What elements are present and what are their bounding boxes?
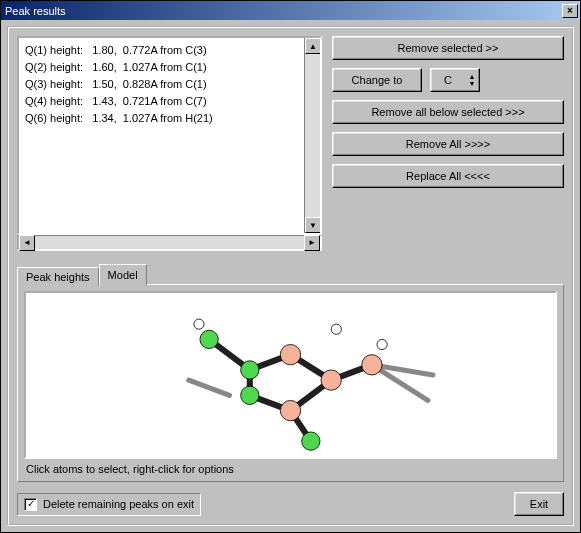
svg-line-10 [189,380,230,395]
model-canvas[interactable] [24,291,557,459]
replace-all-button[interactable]: Replace All <<<< [332,164,564,188]
peak-listbox[interactable]: Q(1) height: 1.80, 0.772A from C(3) Q(2)… [17,36,322,235]
molecule-render [26,293,555,457]
tab-model[interactable]: Model [99,264,147,286]
list-item[interactable]: Q(6) height: 1.34, 1.027A from H(21) [21,110,318,127]
window-title: Peak results [5,5,560,17]
list-item[interactable]: Q(4) height: 1.43, 0.721A from C(7) [21,93,318,110]
svg-point-18 [200,330,218,348]
model-panel: Click atoms to select, right-click for o… [17,284,564,482]
svg-point-21 [377,339,387,349]
checkbox-label: Delete remaining peaks on exit [43,498,194,510]
horizontal-scrollbar[interactable]: ◄ ► [17,235,322,251]
titlebar[interactable]: Peak results × [1,1,580,20]
peak-list-wrap: Q(1) height: 1.80, 0.772A from C(3) Q(2)… [17,36,322,251]
remove-below-button[interactable]: Remove all below selected >>> [332,100,564,124]
button-column: Remove selected >> Change to C ▲▼ Remove… [332,36,564,251]
footer: ✓ Delete remaining peaks on exit Exit [17,492,564,516]
change-to-row: Change to C ▲▼ [332,68,564,92]
svg-point-19 [194,319,204,329]
svg-point-14 [280,400,300,420]
canvas-hint: Click atoms to select, right-click for o… [24,459,557,475]
svg-point-20 [331,324,341,334]
tab-bar: Peak heights Model [17,263,564,285]
list-item[interactable]: Q(3) height: 1.50, 0.828A from C(1) [21,76,318,93]
list-item[interactable]: Q(1) height: 1.80, 0.772A from C(3) [21,42,318,59]
remove-all-button[interactable]: Remove All >>>> [332,132,564,156]
content-frame: Q(1) height: 1.80, 0.772A from C(3) Q(2)… [7,26,574,526]
exit-button[interactable]: Exit [514,492,564,516]
tab-peak-heights[interactable]: Peak heights [17,267,99,286]
delete-remaining-checkbox[interactable]: ✓ Delete remaining peaks on exit [17,493,201,516]
svg-point-15 [241,386,259,404]
spinner-arrows-icon[interactable]: ▲▼ [465,73,479,87]
element-value: C [431,74,465,86]
element-spinner[interactable]: C ▲▼ [430,68,480,92]
scroll-left-icon[interactable]: ◄ [19,235,35,251]
change-to-button[interactable]: Change to [332,68,422,92]
scroll-down-icon[interactable]: ▼ [305,217,321,233]
remove-selected-button[interactable]: Remove selected >> [332,36,564,60]
vertical-scrollbar[interactable]: ▲ ▼ [304,38,320,233]
scroll-right-icon[interactable]: ► [304,235,320,251]
svg-point-16 [302,432,320,450]
checkbox-icon[interactable]: ✓ [24,498,37,511]
scroll-up-icon[interactable]: ▲ [305,38,321,54]
svg-point-12 [280,344,300,364]
list-item[interactable]: Q(2) height: 1.60, 1.027A from C(1) [21,59,318,76]
svg-point-13 [321,370,341,390]
svg-point-17 [362,355,382,375]
top-row: Q(1) height: 1.80, 0.772A from C(3) Q(2)… [17,36,564,251]
close-icon[interactable]: × [562,4,578,18]
svg-point-11 [241,361,259,379]
peak-results-window: Peak results × Q(1) height: 1.80, 0.772A… [0,0,581,533]
